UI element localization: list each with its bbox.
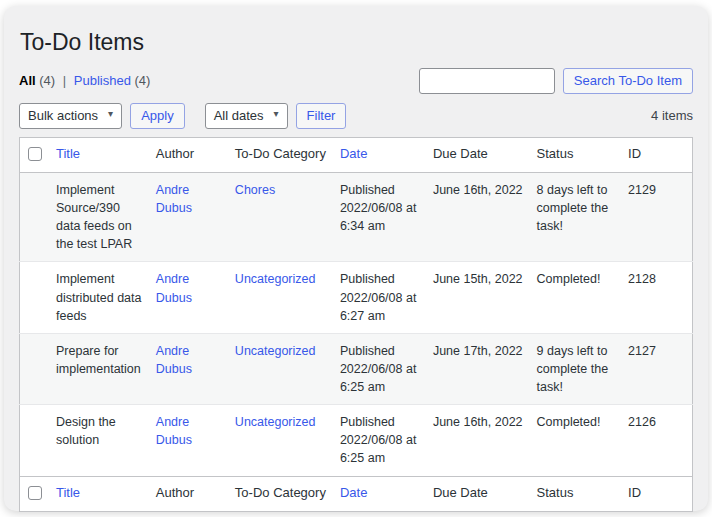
select-all-checkbox-bottom[interactable] [28, 486, 42, 500]
row-author-link[interactable]: Andre Dubus [156, 415, 192, 447]
date-filter-selected-value: All dates [214, 108, 264, 123]
author-header: Author [148, 137, 227, 172]
search-input[interactable] [419, 68, 555, 94]
views-row: All (4) | Published (4) Search To-Do Ite… [19, 68, 693, 94]
top-toolbar: Bulk actions ▾ Apply All dates ▾ Filter … [19, 103, 693, 129]
row-category-link[interactable]: Chores [235, 183, 275, 197]
view-published-count: (4) [135, 73, 151, 88]
row-id: 2126 [620, 405, 692, 476]
row-author-link[interactable]: Andre Dubus [156, 344, 192, 376]
bulk-actions-select[interactable]: Bulk actions ▾ [19, 103, 122, 129]
bulk-actions-selected-value: Bulk actions [28, 108, 98, 123]
filter-button[interactable]: Filter [296, 103, 347, 129]
author-header-bottom: Author [148, 476, 227, 511]
row-due-date: June 15th, 2022 [425, 262, 529, 333]
row-id: 2128 [620, 262, 692, 333]
row-date: Published 2022/06/08 at 6:34 am [332, 172, 425, 262]
row-id: 2127 [620, 333, 692, 404]
view-all-link[interactable]: All [19, 73, 36, 88]
row-date: Published 2022/06/08 at 6:25 am [332, 333, 425, 404]
row-due-date: June 16th, 2022 [425, 172, 529, 262]
view-filter-links: All (4) | Published (4) [19, 73, 150, 88]
row-status: 8 days left to complete the task! [529, 172, 620, 262]
row-date-status: Published [340, 181, 419, 199]
table-body: Implement Source/390 data feeds on the t… [20, 172, 693, 476]
row-status: 9 days left to complete the task! [529, 333, 620, 404]
chevron-down-icon: ▾ [274, 108, 279, 119]
row-due-date: June 17th, 2022 [425, 333, 529, 404]
table-row: Prepare for implementation Andre Dubus U… [20, 333, 693, 404]
sort-date-header[interactable]: Date [340, 146, 367, 161]
row-date: Published 2022/06/08 at 6:25 am [332, 405, 425, 476]
due-date-header-bottom: Due Date [425, 476, 529, 511]
date-filter-select[interactable]: All dates ▾ [205, 103, 288, 129]
row-title[interactable]: Implement Source/390 data feeds on the t… [48, 172, 148, 262]
row-author-link[interactable]: Andre Dubus [156, 272, 192, 304]
table-header: Title Author To-Do Category Date Due Dat… [20, 137, 693, 172]
row-date-value: 2022/06/08 at 6:25 am [340, 360, 419, 396]
sort-title-header[interactable]: Title [56, 146, 80, 161]
status-header: Status [529, 137, 620, 172]
search-button[interactable]: Search To-Do Item [563, 68, 693, 94]
table-row: Design the solution Andre Dubus Uncatego… [20, 405, 693, 476]
row-title[interactable]: Design the solution [48, 405, 148, 476]
row-category-link[interactable]: Uncategorized [235, 415, 316, 429]
category-header-bottom: To-Do Category [227, 476, 332, 511]
view-published-link[interactable]: Published [74, 73, 131, 88]
row-date-value: 2022/06/08 at 6:27 am [340, 289, 419, 325]
row-id: 2129 [620, 172, 692, 262]
todo-items-panel: To-Do Items All (4) | Published (4) Sear… [4, 6, 708, 511]
chevron-down-icon: ▾ [108, 108, 113, 119]
sort-date-header-bottom[interactable]: Date [340, 485, 367, 500]
due-date-header: Due Date [425, 137, 529, 172]
row-status: Completed! [529, 405, 620, 476]
category-header: To-Do Category [227, 137, 332, 172]
row-author-link[interactable]: Andre Dubus [156, 183, 192, 215]
todo-list-table: Title Author To-Do Category Date Due Dat… [19, 137, 693, 512]
row-date-value: 2022/06/08 at 6:34 am [340, 199, 419, 235]
row-category-link[interactable]: Uncategorized [235, 344, 316, 358]
row-date-status: Published [340, 413, 419, 431]
row-date-status: Published [340, 270, 419, 288]
id-header: ID [620, 137, 692, 172]
page-title: To-Do Items [20, 28, 693, 58]
top-toolbar-controls: Bulk actions ▾ Apply All dates ▾ Filter [19, 103, 346, 129]
items-count-top: 4 items [651, 108, 693, 123]
search-box: Search To-Do Item [419, 68, 693, 94]
row-due-date: June 16th, 2022 [425, 405, 529, 476]
apply-button-top[interactable]: Apply [130, 103, 185, 129]
row-title[interactable]: Implement distributed data feeds [48, 262, 148, 333]
row-date-status: Published [340, 342, 419, 360]
row-title[interactable]: Prepare for implementation [48, 333, 148, 404]
id-header-bottom: ID [620, 476, 692, 511]
table-row: Implement distributed data feeds Andre D… [20, 262, 693, 333]
view-divider: | [63, 73, 66, 88]
status-header-bottom: Status [529, 476, 620, 511]
row-category-link[interactable]: Uncategorized [235, 272, 316, 286]
row-status: Completed! [529, 262, 620, 333]
table-footer: Title Author To-Do Category Date Due Dat… [20, 476, 693, 511]
row-date-value: 2022/06/08 at 6:25 am [340, 431, 419, 467]
sort-title-header-bottom[interactable]: Title [56, 485, 80, 500]
row-date: Published 2022/06/08 at 6:27 am [332, 262, 425, 333]
select-all-checkbox-top[interactable] [28, 147, 42, 161]
view-all-count: (4) [39, 73, 55, 88]
table-row: Implement Source/390 data feeds on the t… [20, 172, 693, 262]
